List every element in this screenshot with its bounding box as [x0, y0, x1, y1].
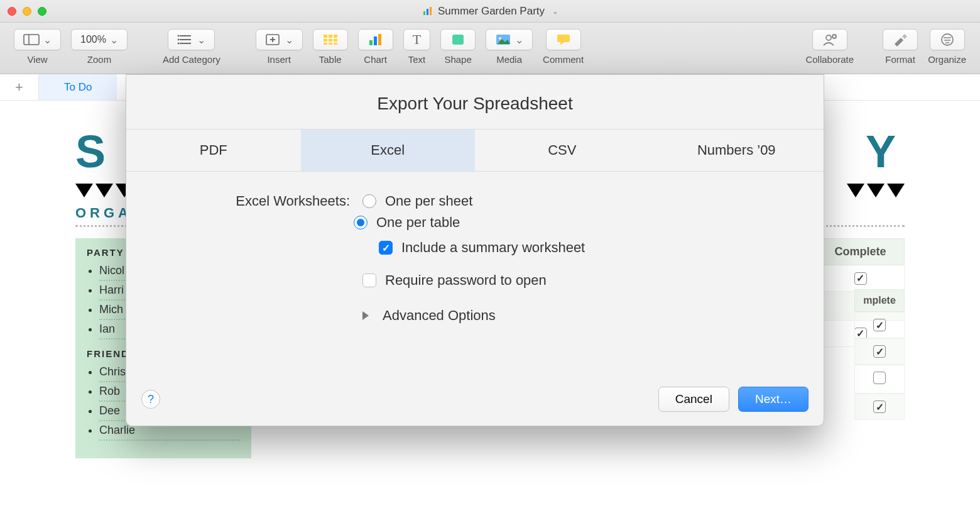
svg-rect-22	[452, 35, 464, 45]
zoom-tool[interactable]: 100%⌄ Zoom	[71, 29, 128, 65]
chevron-down-icon: ⌄	[110, 34, 118, 46]
view-label: View	[27, 54, 47, 65]
dialog-footer: ? Cancel Next…	[126, 378, 824, 426]
bunting-left	[75, 184, 133, 197]
complete-checkbox[interactable]	[873, 372, 886, 384]
svg-point-24	[499, 37, 501, 40]
svg-rect-25	[557, 35, 570, 42]
media-label: Media	[496, 54, 522, 65]
tab-label: PDF	[200, 142, 227, 158]
zoom-window-icon[interactable]	[38, 7, 46, 16]
next-button[interactable]: Next…	[738, 387, 808, 412]
table-label: Table	[319, 54, 342, 65]
list-icon	[177, 33, 193, 47]
tab-csv[interactable]: CSV	[475, 130, 650, 171]
dialog-body: Excel Worksheets: One per sheet One per …	[126, 172, 824, 378]
media-tool[interactable]: ⌄ Media	[486, 29, 533, 65]
text-label: Text	[408, 54, 426, 65]
collaborate-tool[interactable]: Collaborate	[805, 29, 854, 65]
checkbox-label: Require password to open	[385, 272, 547, 289]
chart-label: Chart	[364, 54, 387, 65]
zoom-label: Zoom	[87, 54, 111, 65]
disclosure-triangle-icon[interactable]	[362, 311, 369, 320]
tab-pdf[interactable]: PDF	[126, 130, 301, 171]
media-icon	[495, 33, 511, 47]
col-complete: Complete	[817, 239, 905, 265]
bunting-right	[847, 184, 905, 197]
radio-label: One per table	[376, 214, 460, 231]
add-sheet-button[interactable]: +	[0, 74, 39, 100]
table-tool[interactable]: Table	[313, 29, 348, 65]
svg-rect-20	[374, 36, 377, 45]
svg-rect-1	[427, 9, 428, 15]
complete-checkbox[interactable]	[854, 272, 867, 285]
tab-label: Excel	[371, 142, 405, 158]
table-icon	[322, 33, 339, 47]
organize-tool[interactable]: Organize	[928, 29, 966, 65]
comment-icon	[555, 33, 572, 47]
radio-one-per-table[interactable]	[354, 216, 368, 229]
complete-checkbox[interactable]	[873, 345, 886, 358]
add-category-tool[interactable]: ⌄ Add Category	[163, 29, 220, 65]
svg-point-9	[178, 39, 180, 41]
col-complete-peek: mplete	[854, 289, 905, 312]
comment-label: Comment	[543, 54, 584, 65]
export-dialog: Export Your Spreadsheet PDF Excel CSV Nu…	[126, 74, 824, 426]
chevron-down-icon: ⌄	[515, 34, 523, 46]
sheet-tab-label: To Do	[64, 81, 92, 94]
complete-checkbox[interactable]	[873, 319, 886, 331]
sheet-tab-todo[interactable]: To Do	[39, 74, 117, 100]
tab-label: Numbers ’09	[697, 142, 776, 158]
svg-rect-14	[324, 35, 337, 45]
paintbrush-icon	[892, 33, 908, 47]
format-tool[interactable]: Format	[883, 29, 918, 65]
text-tool[interactable]: T Text	[403, 29, 430, 65]
chevron-down-icon[interactable]: ⌄	[552, 7, 558, 16]
text-icon: T	[413, 31, 421, 48]
window-title[interactable]: Summer Garden Party ⌄	[46, 5, 935, 18]
format-label: Format	[885, 54, 915, 65]
svg-point-8	[178, 35, 180, 37]
view-tool[interactable]: ⌄ View	[14, 29, 61, 65]
shape-icon	[450, 33, 466, 47]
zoom-value: 100%	[80, 34, 106, 45]
cancel-button[interactable]: Cancel	[658, 387, 729, 412]
shape-tool[interactable]: Shape	[440, 29, 476, 65]
add-category-label: Add Category	[163, 54, 220, 65]
chevron-down-icon: ⌄	[43, 34, 52, 46]
collaborate-icon	[822, 33, 838, 47]
worksheets-label: Excel Worksheets:	[220, 193, 354, 209]
doc-heading-fragment-left: S	[75, 126, 114, 177]
button-label: Next…	[755, 392, 792, 406]
chart-icon	[368, 33, 384, 47]
complete-checkbox[interactable]	[873, 400, 886, 413]
help-button[interactable]: ?	[141, 390, 160, 409]
minimize-window-icon[interactable]	[23, 7, 31, 16]
checkbox-include-summary[interactable]	[379, 241, 393, 255]
dialog-title: Export Your Spreadsheet	[126, 75, 824, 129]
close-window-icon[interactable]	[8, 7, 16, 16]
titlebar: Summer Garden Party ⌄	[0, 0, 980, 23]
numbers-app-icon	[423, 6, 433, 16]
tab-numbers09[interactable]: Numbers ’09	[650, 130, 824, 171]
advanced-options-label[interactable]: Advanced Options	[383, 307, 496, 324]
radio-one-per-sheet[interactable]	[362, 194, 376, 208]
svg-point-30	[942, 34, 953, 45]
organize-label: Organize	[928, 54, 966, 65]
comment-tool[interactable]: Comment	[543, 29, 584, 65]
document-title: Summer Garden Party	[438, 5, 545, 18]
export-format-tabs: PDF Excel CSV Numbers ’09	[126, 129, 824, 172]
tab-excel[interactable]: Excel	[301, 130, 476, 171]
toolbar: ⌄ View 100%⌄ Zoom ⌄ Add Category ⌄ Inser…	[0, 23, 980, 74]
svg-rect-2	[430, 7, 432, 15]
insert-icon	[265, 33, 281, 47]
view-icon	[23, 33, 40, 47]
chart-tool[interactable]: Chart	[358, 29, 393, 65]
svg-point-26	[826, 35, 831, 40]
shape-label: Shape	[444, 54, 471, 65]
checkbox-label: Include a summary worksheet	[401, 240, 585, 256]
tab-label: CSV	[548, 142, 576, 158]
checkbox-require-password[interactable]	[362, 273, 376, 287]
insert-tool[interactable]: ⌄ Insert	[256, 29, 303, 65]
chevron-down-icon: ⌄	[285, 34, 293, 46]
